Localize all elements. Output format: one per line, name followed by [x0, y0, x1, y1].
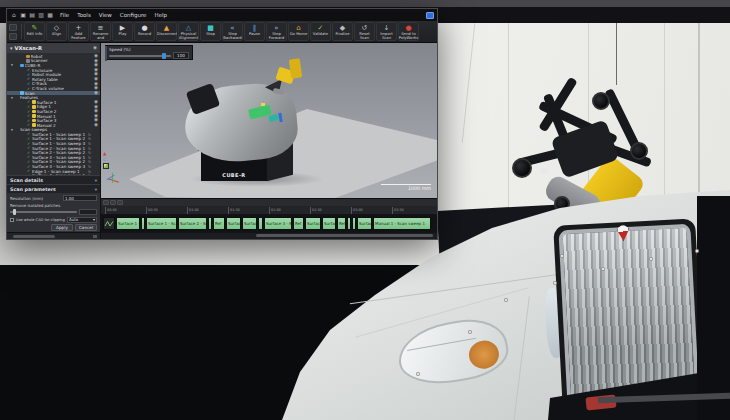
timeline-segment[interactable]: Ref [337, 217, 346, 230]
remove-patches-slider[interactable] [10, 211, 77, 213]
timeline-segment[interactable] [352, 217, 356, 230]
toolbar-button[interactable]: ● Record [134, 22, 155, 41]
sidebar-title-row[interactable]: ▾ VXscan-R ◉ [7, 43, 100, 53]
collapse-caret-icon[interactable]: ▾ [95, 178, 97, 183]
dock-window-icon[interactable] [426, 12, 434, 19]
scan-timeline: 00:0000:3001:0001:3002:0002:3003:0003:30… [101, 198, 437, 239]
timeline-segment[interactable] [141, 217, 145, 230]
timeline-segment[interactable]: Surface 4 - Scan sweep 1 [357, 217, 372, 230]
menu-item[interactable]: File [56, 9, 73, 21]
visibility-eye-icon[interactable]: ◉ [94, 91, 98, 96]
timeline-segment[interactable]: Surface 2 - Scan sweep 1 [178, 217, 207, 230]
timeline-segment[interactable] [208, 217, 212, 230]
sidebar-scrollbar[interactable] [7, 232, 100, 239]
toolbar-button[interactable]: ◇ Align [46, 22, 67, 41]
cancel-button[interactable]: Cancel [75, 224, 97, 231]
toolbar-button[interactable]: ⌂ Go Home [288, 22, 309, 41]
timeline-scrollbar[interactable] [101, 233, 437, 239]
timeline-segment[interactable]: Surface 3 - Scan sweep 3 [322, 217, 336, 230]
menu-item[interactable]: Tools [73, 9, 95, 21]
scrollbar-button[interactable] [93, 235, 97, 238]
toolbar-button[interactable]: ✓ Validate [310, 22, 331, 41]
menubar-icon[interactable]: ⌂ [10, 10, 18, 20]
headlight-rim-line [407, 338, 476, 351]
mini-toolbar-button[interactable] [9, 24, 17, 31]
tree-expander-icon[interactable]: ▾ [10, 96, 14, 100]
menu-item[interactable]: View [95, 9, 116, 21]
toolbar-button[interactable]: ▶ Play [112, 22, 133, 41]
toolbar-button-icon: △ [186, 24, 191, 32]
menu-item[interactable]: Help [151, 9, 172, 21]
timeline-segment[interactable] [258, 217, 263, 230]
toolbar-button-label: Record [135, 32, 155, 36]
speed-value-box[interactable]: 100 [173, 52, 189, 59]
toolbar-button-icon: ◆ [340, 24, 345, 32]
view-c-icon[interactable]: C [103, 157, 109, 162]
menubar-icon[interactable]: ▣ [19, 10, 27, 20]
timeline-segments: Surface 1 - Scan sweep 1Surface 1 - Scan… [101, 214, 437, 233]
timeline-segment[interactable]: Ref [213, 217, 225, 230]
timeline-segment[interactable]: Surface 1 - Scan sweep 2 [146, 217, 177, 230]
menu-item[interactable]: Configure [116, 9, 151, 21]
scan-path-icon[interactable] [103, 217, 115, 230]
tree-expander-icon[interactable]: ▾ [10, 128, 14, 132]
toolbar-button[interactable]: ✎ Edit Info [24, 22, 45, 41]
compass-icon[interactable]: ▲ [103, 151, 109, 156]
timeline-segment[interactable] [347, 217, 351, 230]
collapse-caret-icon[interactable]: ▾ [95, 187, 97, 192]
timeline-segment[interactable]: Surface 1 - Scan sweep 1 [116, 217, 140, 230]
scan-parameters-header[interactable]: Scan parameters ▾ [7, 184, 100, 193]
toolbar-button[interactable]: « Step Backward [222, 22, 243, 41]
speed-panel-tab[interactable] [105, 46, 107, 61]
timeline-ruler[interactable]: 00:0000:3001:0001:3002:0002:3003:0003:30 [101, 206, 437, 214]
timeline-segment[interactable]: Surface 3 - Scan sweep 2 [305, 217, 321, 230]
menubar-icon[interactable]: ▤ [28, 10, 36, 20]
virtual-robot-arm [289, 58, 303, 78]
viewport-3d[interactable]: Speed (%) 100 CUBE-R [101, 43, 437, 239]
scan-details-header[interactable]: Scan details ▾ [7, 175, 100, 184]
clipping-checkbox[interactable] [10, 218, 14, 222]
visibility-eye-icon[interactable]: ◉ [93, 46, 97, 51]
scrollbar-handle[interactable] [256, 234, 433, 237]
toolbar-button[interactable]: ‖ Pause [244, 22, 265, 41]
mini-toolbar-button[interactable] [9, 33, 17, 40]
timeline-segment[interactable]: Surface 3 - Scan sweep 1 [264, 217, 292, 230]
toolbar-button[interactable]: ● Send to PolyWorks [398, 22, 419, 41]
apply-button[interactable]: Apply [51, 224, 73, 231]
timeline-tool-button[interactable] [103, 200, 109, 205]
menubar-icon[interactable]: ▥ [37, 10, 45, 20]
toolbar-button[interactable]: » Step Forward [266, 22, 287, 41]
timeline-segment[interactable]: Surface 2 - Scan sweep 2 [226, 217, 241, 230]
toolbar-button-label: Disconnect [157, 32, 177, 36]
remove-patches-input[interactable] [79, 209, 97, 215]
toolbar-button[interactable]: + Add Feature [68, 22, 89, 41]
timeline-segment-label: Surface 4 - Scan sweep 1 [359, 221, 372, 226]
toolbar-button[interactable]: ▲ Disconnect [156, 22, 177, 41]
slider-knob[interactable] [13, 209, 16, 215]
timeline-segment[interactable]: Surface 2 - Scan sweep 3 [242, 217, 257, 230]
speed-slider[interactable] [109, 55, 171, 57]
timeline-segment[interactable]: Ref [293, 217, 304, 230]
toolbar-button[interactable]: ≡ Rename and Reorder [90, 22, 111, 41]
hanging-cable [616, 23, 617, 85]
view-cube-icon[interactable] [103, 163, 109, 169]
tree-root-expander-icon[interactable]: ▾ [10, 45, 13, 51]
scrollbar-handle[interactable] [13, 235, 55, 238]
toolbar-button-icon: ▶ [120, 24, 125, 32]
tree-expander-icon[interactable]: ▾ [10, 63, 14, 67]
timeline-tool-button[interactable] [110, 200, 116, 205]
toolbar-button[interactable]: ↓ Import Scan [376, 22, 397, 41]
resolution-input[interactable] [63, 195, 97, 201]
toolbar-button[interactable]: ■ Stop [200, 22, 221, 41]
reflective-target-dot [695, 249, 699, 253]
ceiling-band-light [0, 0, 730, 7]
toolbar-button[interactable]: ◆ Finalize [332, 22, 353, 41]
timeline-segment[interactable]: Manual 1 - Scan sweep 1 [373, 217, 431, 230]
toolbar-button[interactable]: △ Physical Alignment [178, 22, 199, 41]
timeline-tool-button[interactable] [117, 200, 123, 205]
clipping-select[interactable]: Auto ▾ [67, 217, 97, 223]
toolbar-button[interactable]: ↺ Reset Scan [354, 22, 375, 41]
menubar-icon[interactable]: ▦ [46, 10, 54, 20]
speed-slider-knob[interactable] [162, 53, 166, 59]
visibility-eye-icon[interactable]: ◉ [94, 123, 98, 128]
